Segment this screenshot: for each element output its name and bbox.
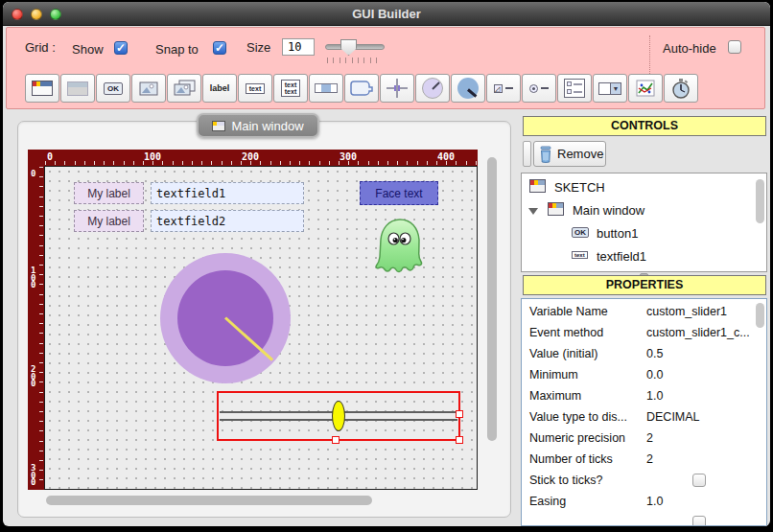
window-icon[interactable] bbox=[25, 74, 59, 103]
property-value[interactable]: custom_slider1 bbox=[646, 305, 727, 318]
title-bar[interactable]: GUI Builder bbox=[3, 2, 770, 26]
canvas-vertical-scrollbar[interactable] bbox=[484, 150, 501, 491]
property-value[interactable]: custom_slider1_c... bbox=[646, 326, 750, 339]
disclosure-triangle-icon[interactable] bbox=[528, 208, 538, 215]
knob-widget[interactable] bbox=[160, 253, 291, 383]
show-checkbox[interactable]: ✓ bbox=[114, 41, 128, 55]
button-icon: OK bbox=[572, 227, 589, 238]
property-value[interactable]: DECIMAL bbox=[646, 410, 700, 424]
textfield-widget-2[interactable]: textfield2 bbox=[151, 210, 304, 232]
resize-handle-bottom[interactable] bbox=[332, 436, 340, 444]
radio-slider-icon[interactable] bbox=[522, 74, 556, 103]
textfield-icon[interactable]: text bbox=[238, 74, 272, 103]
remove-button[interactable]: Remove bbox=[533, 141, 606, 167]
property-label: Minimum bbox=[529, 368, 578, 382]
resize-handle-corner[interactable] bbox=[456, 436, 463, 444]
custom-slider-widget[interactable] bbox=[217, 391, 460, 441]
autohide-checkbox[interactable] bbox=[728, 40, 741, 54]
tree-item-main-window[interactable]: Main window bbox=[522, 199, 766, 222]
vertical-ruler: 0 100 200 300 bbox=[28, 166, 44, 490]
property-label: Maximum bbox=[529, 389, 581, 403]
property-label: Value (initial) bbox=[529, 347, 597, 360]
tab-main-window[interactable]: Main window bbox=[197, 113, 319, 138]
progressbar-icon[interactable] bbox=[309, 74, 343, 103]
property-value[interactable]: 2 bbox=[646, 431, 653, 445]
custom-slider-thumb[interactable] bbox=[332, 401, 345, 431]
window-icon bbox=[548, 202, 564, 216]
label-widget-2[interactable]: My label bbox=[74, 210, 144, 232]
tree-item-label: SKETCH bbox=[554, 180, 605, 195]
property-row[interactable] bbox=[522, 513, 766, 526]
ghost-image-widget[interactable] bbox=[369, 217, 431, 280]
hscroll-thumb[interactable] bbox=[46, 496, 372, 505]
button-icon[interactable]: OK bbox=[96, 74, 130, 103]
snap-checkbox[interactable]: ✓ bbox=[213, 41, 226, 55]
property-row[interactable]: Stick to ticks? bbox=[522, 471, 766, 492]
grid-size-slider[interactable] bbox=[325, 39, 385, 64]
snap-label: Snap to bbox=[155, 42, 199, 57]
balloon-icon[interactable] bbox=[344, 74, 379, 103]
timer-icon[interactable] bbox=[664, 74, 698, 103]
window-icon bbox=[529, 179, 546, 193]
property-label: Easing bbox=[529, 495, 566, 508]
chart-icon[interactable] bbox=[628, 74, 663, 103]
slider-thumb[interactable] bbox=[340, 39, 357, 56]
property-row[interactable]: Easing1.0 bbox=[522, 492, 766, 513]
size-input[interactable] bbox=[282, 38, 315, 56]
label-widget-1[interactable]: My label bbox=[74, 182, 144, 204]
property-value[interactable]: 1.0 bbox=[646, 495, 663, 508]
design-surface[interactable]: My label textfield1 My label textfield2 … bbox=[44, 166, 478, 490]
show-label: Show bbox=[72, 42, 104, 57]
label-icon[interactable]: label bbox=[202, 74, 237, 103]
tree-item-label: textfield1 bbox=[597, 249, 646, 264]
property-value[interactable]: 1.0 bbox=[646, 389, 663, 403]
app-window: GUI Builder Grid : Show ✓ Snap to ✓ Size… bbox=[3, 2, 770, 526]
property-value[interactable]: 2 bbox=[646, 452, 653, 466]
property-row[interactable]: Numeric precision2 bbox=[522, 428, 766, 450]
h-ruler-label: 0 bbox=[47, 151, 53, 162]
toolbar-grip[interactable] bbox=[523, 141, 531, 167]
properties-table: Variable Namecustom_slider1Event methodc… bbox=[521, 298, 767, 526]
textfield-widget-1[interactable]: textfield1 bbox=[151, 182, 304, 204]
property-row[interactable]: Maximum1.0 bbox=[522, 386, 766, 407]
h-ruler-label: 400 bbox=[437, 151, 455, 162]
panel-icon[interactable] bbox=[60, 74, 95, 103]
remove-label: Remove bbox=[557, 147, 603, 161]
property-row[interactable]: Value type to dis...DECIMAL bbox=[522, 407, 766, 428]
v-ruler-label: 0 bbox=[31, 171, 39, 178]
property-checkbox[interactable] bbox=[692, 474, 706, 487]
h-ruler-label: 300 bbox=[340, 151, 357, 162]
ball-icon[interactable] bbox=[451, 74, 485, 103]
checklist-icon[interactable] bbox=[557, 74, 592, 103]
property-value[interactable]: 0.0 bbox=[646, 368, 663, 382]
image-icon[interactable] bbox=[131, 74, 166, 103]
property-value[interactable]: 0.5 bbox=[646, 347, 663, 360]
properties-header: PROPERTIES bbox=[523, 275, 766, 295]
images-icon[interactable] bbox=[167, 74, 201, 103]
horizontal-ruler: 0 100 200 300 400 bbox=[44, 150, 478, 166]
crosshair-icon[interactable] bbox=[380, 74, 414, 103]
property-row[interactable]: Value (initial)0.5 bbox=[522, 344, 766, 365]
v-ruler-label: 300 bbox=[31, 465, 39, 487]
property-label: Value type to dis... bbox=[529, 410, 627, 424]
canvas-horizontal-scrollbar[interactable] bbox=[44, 494, 478, 507]
tree-item-textfield1[interactable]: texttextfield1 bbox=[522, 245, 766, 268]
property-row[interactable]: Variable Namecustom_slider1 bbox=[522, 302, 766, 323]
resize-handle-right[interactable] bbox=[456, 410, 463, 418]
property-row[interactable]: Minimum0.0 bbox=[522, 365, 766, 386]
dial-icon[interactable] bbox=[415, 74, 450, 103]
property-checkbox[interactable] bbox=[692, 516, 706, 526]
property-row[interactable]: Number of ticks2 bbox=[522, 450, 766, 471]
tree-item-sketch[interactable]: SKETCH bbox=[522, 176, 766, 199]
controls-tree: SKETCHMain windowOKbutton1texttextfield1 bbox=[521, 173, 767, 272]
vscroll-thumb[interactable] bbox=[487, 157, 497, 441]
tree-item-button1[interactable]: OKbutton1 bbox=[522, 222, 766, 245]
property-row[interactable]: Event methodcustom_slider1_c... bbox=[522, 323, 766, 344]
combobox-icon[interactable]: ▼ bbox=[593, 74, 627, 103]
checkbox-slider-icon[interactable]: ◿ bbox=[486, 74, 521, 103]
window-tab-icon bbox=[212, 121, 225, 131]
h-ruler-label: 100 bbox=[144, 151, 161, 162]
property-label: Variable Name bbox=[529, 305, 608, 318]
face-text-button-widget[interactable]: Face text bbox=[360, 181, 438, 205]
textarea-icon[interactable]: text text bbox=[273, 74, 308, 103]
